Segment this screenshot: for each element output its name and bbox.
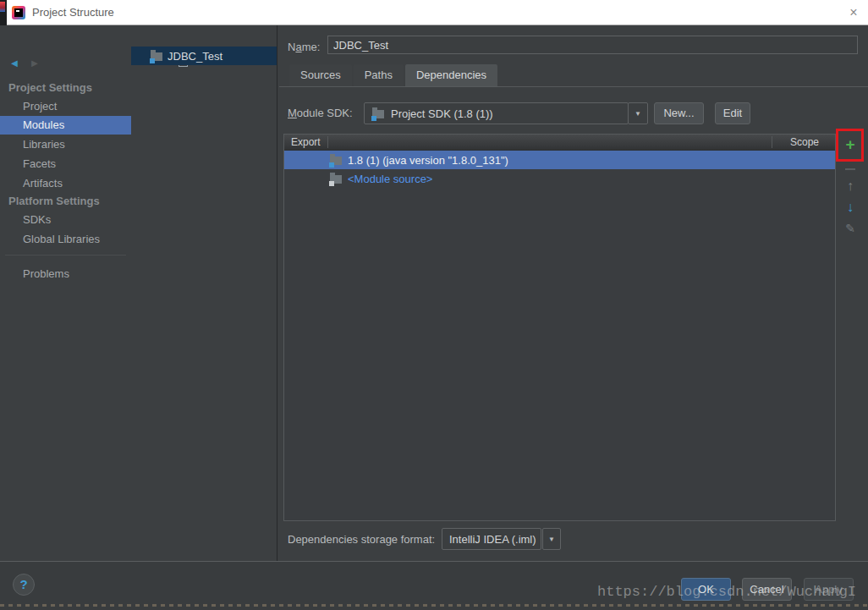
- project-structure-dialog: Project Structure × ◄ ► Project Settings…: [0, 0, 868, 610]
- sidebar-item-modules[interactable]: Modules: [0, 116, 131, 135]
- edit-dependency-icon[interactable]: ✎: [841, 220, 860, 237]
- storage-format-dropdown-arrow-icon[interactable]: ▼: [542, 528, 561, 550]
- remove-dependency-icon[interactable]: [845, 168, 855, 170]
- dependencies-table-header: Export Scope: [284, 135, 835, 151]
- screen-edge-strip: [0, 0, 7, 25]
- module-list-panel: + − JDBC_Test: [131, 25, 277, 561]
- dependency-label: 1.8 (1) (java version "1.8.0_131"): [348, 154, 508, 167]
- sdk-label-post: odule SDK:: [297, 107, 353, 119]
- storage-format-label: Dependencies storage format:: [288, 531, 435, 548]
- tab-dependencies[interactable]: Dependencies: [405, 64, 497, 86]
- edit-sdk-button[interactable]: Edit: [715, 102, 750, 124]
- sidebar-group-project-settings: Project Settings: [0, 79, 131, 97]
- module-folder-icon: [151, 52, 162, 61]
- watermark-dash-strip: [0, 604, 868, 607]
- tab-content-border: [279, 86, 868, 87]
- help-icon[interactable]: ?: [13, 574, 35, 596]
- column-divider[interactable]: [772, 136, 772, 148]
- module-sdk-label: Module SDK:: [288, 105, 353, 122]
- sidebar-item-project[interactable]: Project: [0, 97, 131, 116]
- column-header-scope: Scope: [790, 135, 819, 151]
- sidebar-group-platform-settings: Platform Settings: [0, 192, 131, 211]
- module-editor-panel: Name: Sources Paths Dependencies Module …: [279, 25, 868, 561]
- back-arrow-icon[interactable]: ◄: [7, 57, 22, 70]
- module-name-input[interactable]: [327, 36, 858, 54]
- module-sdk-combobox[interactable]: Project SDK (1.8 (1)): [364, 102, 629, 124]
- sidebar-item-artifacts[interactable]: Artifacts: [0, 174, 131, 193]
- cancel-button[interactable]: Cancel: [742, 578, 792, 601]
- module-source-folder-icon: [330, 175, 342, 184]
- move-up-icon[interactable]: ↑: [841, 178, 860, 195]
- sdk-icon: [372, 110, 384, 118]
- title-bar: Project Structure ×: [7, 0, 868, 25]
- background-window-fragment: [0, 2, 5, 12]
- intellij-idea-logo-icon: [12, 6, 25, 19]
- sidebar-item-sdks[interactable]: SDKs: [0, 211, 131, 229]
- window-title: Project Structure: [32, 6, 114, 19]
- module-name: JDBC_Test: [168, 50, 222, 63]
- module-sdk-value: Project SDK (1.8 (1)): [391, 107, 493, 120]
- forward-arrow-icon[interactable]: ►: [27, 57, 42, 70]
- ok-button[interactable]: OK: [681, 578, 731, 601]
- tab-paths[interactable]: Paths: [354, 64, 404, 86]
- apply-button: Apply: [804, 578, 854, 601]
- sidebar-item-global-libraries[interactable]: Global Libraries: [0, 230, 131, 249]
- red-highlight-annotation: [836, 129, 864, 162]
- dependency-row-module-source[interactable]: <Module source>: [284, 169, 835, 188]
- name-label: Name:: [288, 39, 320, 56]
- module-list-item-selected[interactable]: JDBC_Test: [131, 47, 277, 65]
- sidebar-divider: [5, 255, 126, 256]
- dependency-row-sdk[interactable]: 1.8 (1) (java version "1.8.0_131"): [284, 151, 835, 169]
- sdk-folder-icon: [330, 157, 342, 165]
- dependency-label: <Module source>: [348, 173, 432, 185]
- sdk-label-mnemonic: M: [288, 107, 297, 119]
- footer-bar: ? OK Cancel Apply: [0, 562, 868, 610]
- close-icon[interactable]: ×: [839, 0, 868, 25]
- new-sdk-button[interactable]: New...: [654, 102, 704, 124]
- sidebar-item-facets[interactable]: Facets: [0, 155, 131, 173]
- column-divider[interactable]: [327, 136, 328, 148]
- storage-format-value: IntelliJ IDEA (.iml): [449, 533, 536, 546]
- column-header-export: Export: [291, 135, 321, 151]
- settings-sidebar: ◄ ► Project Settings Project Modules Lib…: [0, 25, 131, 561]
- module-sdk-dropdown-arrow-icon[interactable]: ▼: [628, 102, 648, 124]
- sidebar-item-problems[interactable]: Problems: [0, 265, 131, 283]
- name-label-post: me:: [302, 41, 321, 53]
- move-down-icon[interactable]: ↓: [841, 199, 860, 216]
- dependencies-table: Export Scope 1.8 (1) (java version "1.8.…: [283, 134, 836, 521]
- storage-format-combobox[interactable]: IntelliJ IDEA (.iml): [442, 528, 541, 550]
- name-label-mnemonic: a: [295, 41, 301, 53]
- editor-tabs: Sources Paths Dependencies: [289, 64, 499, 86]
- sidebar-item-libraries[interactable]: Libraries: [0, 135, 131, 154]
- name-label-pre: N: [288, 41, 295, 53]
- tab-sources[interactable]: Sources: [289, 64, 352, 86]
